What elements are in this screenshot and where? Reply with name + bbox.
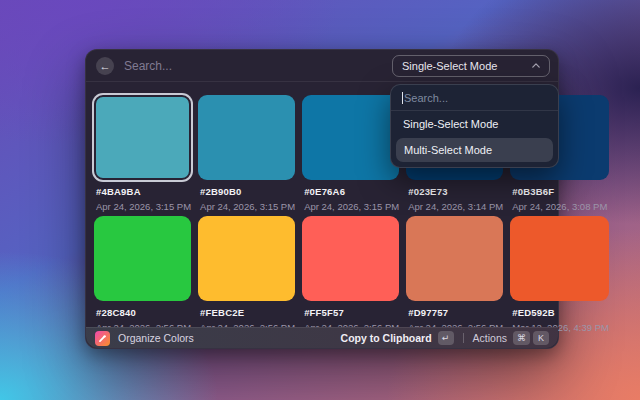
color-date-label: Apr 24, 2026, 3:08 PM <box>512 201 609 212</box>
arrow-left-icon: ← <box>100 60 111 72</box>
color-cell: #4BA9BA Apr 24, 2026, 3:15 PM <box>94 95 191 212</box>
color-hex-label: #ED592B <box>512 307 609 318</box>
color-swatch[interactable] <box>94 216 191 301</box>
color-hex-label: #FEBC2E <box>200 307 295 318</box>
color-cell: #FEBC2E Apr 24, 2026, 2:56 PM <box>198 216 295 333</box>
color-hex-label: #28C840 <box>96 307 191 318</box>
color-cell: #0E76A6 Apr 24, 2026, 3:15 PM <box>302 95 399 212</box>
color-cell: #ED592B Mar 12, 2026, 4:39 PM <box>510 216 609 333</box>
organize-colors-window: ← Search... Single-Select Mode #4BA9BA A… <box>85 49 559 349</box>
color-swatch[interactable] <box>302 216 399 301</box>
text-cursor <box>402 92 403 104</box>
mode-select-button[interactable]: Single-Select Mode <box>392 55 550 77</box>
dropdown-search-placeholder: Search... <box>404 92 448 104</box>
color-hex-label: #2B90B0 <box>200 186 295 197</box>
color-cell: #FF5F57 Apr 24, 2026, 2:56 PM <box>302 216 399 333</box>
copy-to-clipboard-button[interactable]: Copy to Clipboard <box>341 332 432 344</box>
color-hex-label: #023E73 <box>408 186 503 197</box>
actions-button[interactable]: Actions <box>473 332 507 344</box>
color-date-label: Apr 24, 2026, 3:15 PM <box>304 201 399 212</box>
color-swatch[interactable] <box>198 216 295 301</box>
dropdown-item[interactable]: Multi-Select Mode <box>396 138 553 162</box>
enter-key-badge: ↵ <box>438 331 454 345</box>
color-swatch[interactable] <box>406 216 503 301</box>
color-hex-label: #0B3B6F <box>512 186 609 197</box>
color-swatch[interactable] <box>510 216 609 301</box>
mode-select-label: Single-Select Mode <box>402 60 497 72</box>
color-hex-label: #0E76A6 <box>304 186 399 197</box>
color-cell: #D97757 Apr 24, 2026, 2:56 PM <box>406 216 503 333</box>
top-bar: ← Search... Single-Select Mode <box>86 50 558 82</box>
color-swatch[interactable] <box>198 95 295 180</box>
color-hex-label: #4BA9BA <box>96 186 191 197</box>
footer-bar: Organize Colors Copy to Clipboard ↵ Acti… <box>86 327 558 348</box>
color-hex-label: #D97757 <box>408 307 503 318</box>
chevron-up-icon <box>532 63 540 68</box>
color-swatch[interactable] <box>302 95 399 180</box>
color-cell: #28C840 Apr 24, 2026, 2:56 PM <box>94 216 191 333</box>
color-date-label: Apr 24, 2026, 3:15 PM <box>200 201 295 212</box>
color-swatch[interactable] <box>94 95 191 180</box>
back-button[interactable]: ← <box>96 57 114 75</box>
dropdown-search-input[interactable]: Search... <box>391 85 558 111</box>
search-input[interactable]: Search... <box>124 59 392 73</box>
cmd-key-badge: ⌘ <box>513 331 530 345</box>
mode-dropdown-panel: Search... Single-Select Mode Multi-Selec… <box>390 84 559 168</box>
color-date-label: Apr 24, 2026, 3:14 PM <box>408 201 503 212</box>
footer-divider <box>463 333 464 343</box>
k-key-badge: K <box>533 331 549 345</box>
color-cell: #2B90B0 Apr 24, 2026, 3:15 PM <box>198 95 295 212</box>
app-icon <box>95 331 110 346</box>
pen-icon <box>98 334 107 343</box>
dropdown-item[interactable]: Single-Select Mode <box>391 111 558 136</box>
color-hex-label: #FF5F57 <box>304 307 399 318</box>
color-date-label: Apr 24, 2026, 3:15 PM <box>96 201 191 212</box>
app-name: Organize Colors <box>118 332 194 344</box>
